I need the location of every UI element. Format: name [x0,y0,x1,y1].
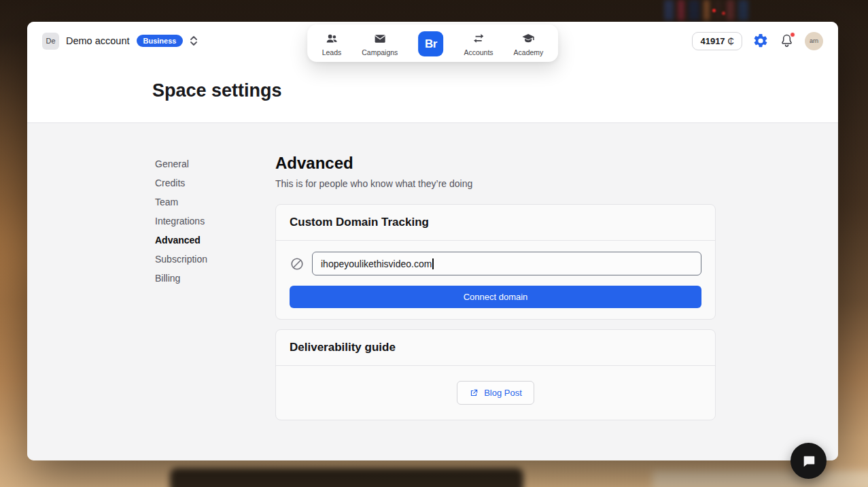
blog-post-label: Blog Post [484,388,522,398]
sidebar-item-billing[interactable]: Billing [155,269,275,288]
brand-logo[interactable]: Br [418,31,443,56]
keyboard-decoration [170,468,523,487]
main-navigation: Leads Campaigns Br Accounts [307,24,559,62]
card-body: Blog Post [276,366,715,420]
section-subheading: This is for people who know what they’re… [275,178,716,189]
nav-label: Leads [322,48,342,56]
domain-input-row: ihopeyoulikethisvideo.com [290,252,701,275]
nav-item-leads[interactable]: Leads [322,32,342,56]
credits-pill[interactable]: 41917 ₵ [692,32,742,50]
notification-dot [790,32,795,37]
settings-button[interactable] [752,33,769,49]
accounts-icon [472,32,485,46]
card-title: Custom Domain Tracking [290,216,701,229]
top-bar: De Demo account Business Leads [27,22,838,60]
custom-domain-input-value: ihopeyoulikethisvideo.com [321,258,432,269]
paper-decoration [653,471,868,487]
nav-item-academy[interactable]: Academy [514,32,544,56]
led-light [712,9,716,12]
deliverability-card: Deliverability guide Blog Post [275,329,716,420]
academy-icon [521,32,535,46]
chat-widget-button[interactable] [791,443,827,479]
custom-domain-card: Custom Domain Tracking ihopeyoulikethisv… [275,204,716,320]
sidebar-item-advanced[interactable]: Advanced [155,231,275,250]
notifications-button[interactable] [779,33,795,49]
nav-item-accounts[interactable]: Accounts [464,32,493,56]
nav-item-campaigns[interactable]: Campaigns [362,32,398,56]
plan-badge: Business [137,35,184,47]
sidebar-item-credits[interactable]: Credits [155,173,275,192]
card-body: ihopeyoulikethisvideo.com Connect domain [276,241,715,319]
card-header: Custom Domain Tracking [276,205,715,241]
app-window: De Demo account Business Leads [27,22,838,460]
workspace-switcher[interactable]: De Demo account Business [42,33,198,50]
nav-label: Academy [514,48,544,56]
page-title: Space settings [152,80,838,101]
chat-bubble-icon [801,454,816,469]
credits-value: 41917 [700,36,725,46]
bookshelf-decoration [664,0,868,23]
card-header: Deliverability guide [276,330,715,366]
slash-circle-icon [290,256,305,271]
connect-domain-button[interactable]: Connect domain [290,286,701,308]
gear-icon [752,33,769,49]
card-title: Deliverability guide [290,341,701,354]
workspace-name: Demo account [66,35,130,46]
user-avatar[interactable]: arn [805,32,823,50]
topbar-right-cluster: 41917 ₵ arn [692,32,823,50]
text-cursor [432,258,434,269]
sidebar-item-team[interactable]: Team [155,192,275,212]
workspace-avatar: De [42,33,59,50]
sidebar-item-general[interactable]: General [155,154,275,173]
page-header: Space settings [27,60,838,123]
coin-icon: ₵ [728,36,734,46]
leads-icon [325,32,338,46]
custom-domain-input[interactable]: ihopeyoulikethisvideo.com [312,252,701,275]
nav-label: Campaigns [362,48,398,56]
campaigns-icon [373,32,387,46]
section-heading: Advanced [275,153,716,173]
sidebar-item-subscription[interactable]: Subscription [155,250,275,269]
external-link-icon [469,388,479,398]
led-light [722,12,725,15]
sidebar-item-integrations[interactable]: Integrations [155,212,275,231]
blog-post-button[interactable]: Blog Post [457,381,534,405]
chevron-updown-icon [190,35,198,47]
nav-label: Accounts [464,48,493,56]
settings-sidebar: General Credits Team Integrations Advanc… [155,123,275,460]
settings-content: General Credits Team Integrations Advanc… [27,123,838,460]
advanced-settings-panel: Advanced This is for people who know wha… [275,123,716,460]
